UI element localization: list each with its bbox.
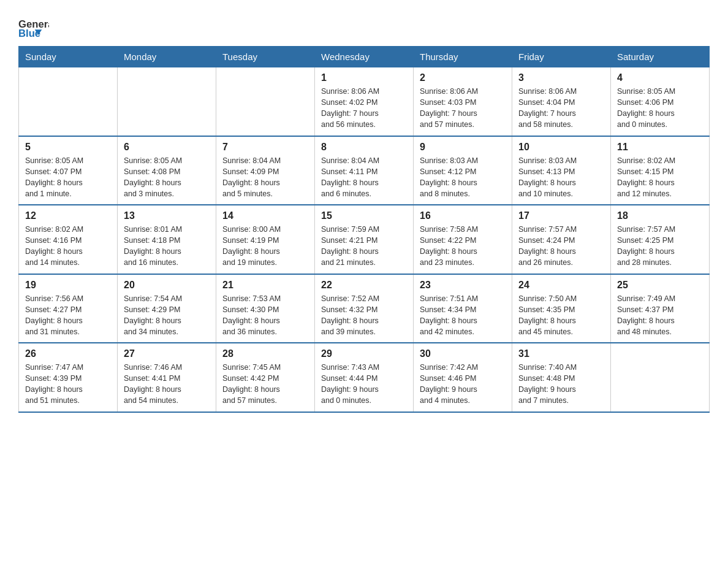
day-info: Sunrise: 8:05 AM Sunset: 4:07 PM Dayligh… (25, 155, 111, 200)
weekday-header-thursday: Thursday (414, 47, 512, 67)
calendar-week-row: 26Sunrise: 7:47 AM Sunset: 4:39 PM Dayli… (19, 343, 710, 412)
calendar-cell: 6Sunrise: 8:05 AM Sunset: 4:08 PM Daylig… (118, 136, 216, 205)
day-number: 2 (420, 72, 506, 83)
day-info: Sunrise: 7:54 AM Sunset: 4:29 PM Dayligh… (124, 293, 210, 338)
calendar-cell: 22Sunrise: 7:52 AM Sunset: 4:32 PM Dayli… (315, 274, 414, 343)
day-info: Sunrise: 7:42 AM Sunset: 4:46 PM Dayligh… (420, 362, 506, 407)
day-number: 29 (321, 348, 407, 359)
calendar-cell: 9Sunrise: 8:03 AM Sunset: 4:12 PM Daylig… (414, 136, 512, 205)
calendar-week-row: 19Sunrise: 7:56 AM Sunset: 4:27 PM Dayli… (19, 274, 710, 343)
calendar-cell: 5Sunrise: 8:05 AM Sunset: 4:07 PM Daylig… (19, 136, 118, 205)
day-info: Sunrise: 7:50 AM Sunset: 4:35 PM Dayligh… (518, 293, 604, 338)
calendar-cell: 23Sunrise: 7:51 AM Sunset: 4:34 PM Dayli… (414, 274, 512, 343)
day-info: Sunrise: 8:00 AM Sunset: 4:19 PM Dayligh… (222, 224, 308, 269)
day-info: Sunrise: 7:43 AM Sunset: 4:44 PM Dayligh… (321, 362, 407, 407)
day-number: 18 (617, 210, 703, 221)
day-info: Sunrise: 7:57 AM Sunset: 4:25 PM Dayligh… (617, 224, 703, 269)
calendar-week-row: 12Sunrise: 8:02 AM Sunset: 4:16 PM Dayli… (19, 205, 710, 274)
calendar-cell: 15Sunrise: 7:59 AM Sunset: 4:21 PM Dayli… (315, 205, 414, 274)
calendar-cell: 19Sunrise: 7:56 AM Sunset: 4:27 PM Dayli… (19, 274, 118, 343)
day-number: 16 (420, 210, 506, 221)
day-number: 31 (518, 348, 604, 359)
day-number: 23 (420, 280, 506, 291)
day-info: Sunrise: 7:58 AM Sunset: 4:22 PM Dayligh… (420, 224, 506, 269)
day-info: Sunrise: 8:02 AM Sunset: 4:15 PM Dayligh… (617, 155, 703, 200)
day-info: Sunrise: 8:01 AM Sunset: 4:18 PM Dayligh… (124, 224, 210, 269)
day-info: Sunrise: 8:02 AM Sunset: 4:16 PM Dayligh… (25, 224, 111, 269)
day-info: Sunrise: 7:59 AM Sunset: 4:21 PM Dayligh… (321, 224, 407, 269)
day-number: 1 (321, 72, 407, 83)
day-info: Sunrise: 7:57 AM Sunset: 4:24 PM Dayligh… (518, 224, 604, 269)
day-number: 15 (321, 210, 407, 221)
calendar-cell: 20Sunrise: 7:54 AM Sunset: 4:29 PM Dayli… (118, 274, 216, 343)
calendar-cell: 11Sunrise: 8:02 AM Sunset: 4:15 PM Dayli… (611, 136, 710, 205)
day-number: 28 (222, 348, 308, 359)
day-info: Sunrise: 7:40 AM Sunset: 4:48 PM Dayligh… (518, 362, 604, 407)
calendar-cell: 29Sunrise: 7:43 AM Sunset: 4:44 PM Dayli… (315, 343, 414, 412)
day-info: Sunrise: 7:51 AM Sunset: 4:34 PM Dayligh… (420, 293, 506, 338)
weekday-header-wednesday: Wednesday (315, 47, 414, 67)
day-info: Sunrise: 8:05 AM Sunset: 4:08 PM Dayligh… (124, 155, 210, 200)
day-info: Sunrise: 8:06 AM Sunset: 4:02 PM Dayligh… (321, 86, 407, 131)
day-number: 5 (25, 142, 111, 153)
calendar-cell: 10Sunrise: 8:03 AM Sunset: 4:13 PM Dayli… (512, 136, 611, 205)
calendar-table: SundayMondayTuesdayWednesdayThursdayFrid… (18, 46, 710, 413)
calendar-cell: 17Sunrise: 7:57 AM Sunset: 4:24 PM Dayli… (512, 205, 611, 274)
calendar-cell: 8Sunrise: 8:04 AM Sunset: 4:11 PM Daylig… (315, 136, 414, 205)
day-info: Sunrise: 7:56 AM Sunset: 4:27 PM Dayligh… (25, 293, 111, 338)
calendar-cell: 18Sunrise: 7:57 AM Sunset: 4:25 PM Dayli… (611, 205, 710, 274)
weekday-header-saturday: Saturday (611, 47, 710, 67)
day-info: Sunrise: 7:46 AM Sunset: 4:41 PM Dayligh… (124, 362, 210, 407)
calendar-cell (19, 67, 118, 136)
day-info: Sunrise: 7:53 AM Sunset: 4:30 PM Dayligh… (222, 293, 308, 338)
weekday-header-row: SundayMondayTuesdayWednesdayThursdayFrid… (19, 47, 710, 67)
weekday-header-friday: Friday (512, 47, 611, 67)
day-number: 4 (617, 72, 703, 83)
day-number: 12 (25, 210, 111, 221)
logo-icon: General Blue (18, 12, 49, 40)
calendar-cell: 26Sunrise: 7:47 AM Sunset: 4:39 PM Dayli… (19, 343, 118, 412)
day-number: 25 (617, 280, 703, 291)
calendar-cell: 24Sunrise: 7:50 AM Sunset: 4:35 PM Dayli… (512, 274, 611, 343)
calendar-cell: 12Sunrise: 8:02 AM Sunset: 4:16 PM Dayli… (19, 205, 118, 274)
logo: General Blue (18, 12, 49, 40)
svg-text:Blue: Blue (18, 28, 40, 39)
day-number: 9 (420, 142, 506, 153)
calendar-cell: 14Sunrise: 8:00 AM Sunset: 4:19 PM Dayli… (216, 205, 315, 274)
day-info: Sunrise: 8:05 AM Sunset: 4:06 PM Dayligh… (617, 86, 703, 131)
calendar-cell: 4Sunrise: 8:05 AM Sunset: 4:06 PM Daylig… (611, 67, 710, 136)
day-number: 26 (25, 348, 111, 359)
day-number: 22 (321, 280, 407, 291)
day-info: Sunrise: 8:04 AM Sunset: 4:11 PM Dayligh… (321, 155, 407, 200)
calendar-cell (216, 67, 315, 136)
calendar-cell: 28Sunrise: 7:45 AM Sunset: 4:42 PM Dayli… (216, 343, 315, 412)
calendar-cell: 31Sunrise: 7:40 AM Sunset: 4:48 PM Dayli… (512, 343, 611, 412)
day-info: Sunrise: 7:47 AM Sunset: 4:39 PM Dayligh… (25, 362, 111, 407)
day-number: 19 (25, 280, 111, 291)
calendar-cell: 30Sunrise: 7:42 AM Sunset: 4:46 PM Dayli… (414, 343, 512, 412)
day-number: 8 (321, 142, 407, 153)
day-number: 20 (124, 280, 210, 291)
day-number: 11 (617, 142, 703, 153)
calendar-cell (118, 67, 216, 136)
day-number: 17 (518, 210, 604, 221)
day-number: 10 (518, 142, 604, 153)
calendar-cell: 16Sunrise: 7:58 AM Sunset: 4:22 PM Dayli… (414, 205, 512, 274)
day-number: 14 (222, 210, 308, 221)
calendar-cell: 2Sunrise: 8:06 AM Sunset: 4:03 PM Daylig… (414, 67, 512, 136)
calendar-cell: 25Sunrise: 7:49 AM Sunset: 4:37 PM Dayli… (611, 274, 710, 343)
day-number: 13 (124, 210, 210, 221)
calendar-cell: 13Sunrise: 8:01 AM Sunset: 4:18 PM Dayli… (118, 205, 216, 274)
day-number: 21 (222, 280, 308, 291)
day-info: Sunrise: 7:45 AM Sunset: 4:42 PM Dayligh… (222, 362, 308, 407)
calendar-cell: 27Sunrise: 7:46 AM Sunset: 4:41 PM Dayli… (118, 343, 216, 412)
day-number: 6 (124, 142, 210, 153)
day-info: Sunrise: 8:04 AM Sunset: 4:09 PM Dayligh… (222, 155, 308, 200)
calendar-cell: 1Sunrise: 8:06 AM Sunset: 4:02 PM Daylig… (315, 67, 414, 136)
calendar-cell: 7Sunrise: 8:04 AM Sunset: 4:09 PM Daylig… (216, 136, 315, 205)
day-number: 30 (420, 348, 506, 359)
calendar-cell: 3Sunrise: 8:06 AM Sunset: 4:04 PM Daylig… (512, 67, 611, 136)
calendar-week-row: 1Sunrise: 8:06 AM Sunset: 4:02 PM Daylig… (19, 67, 710, 136)
day-number: 3 (518, 72, 604, 83)
weekday-header-tuesday: Tuesday (216, 47, 315, 67)
